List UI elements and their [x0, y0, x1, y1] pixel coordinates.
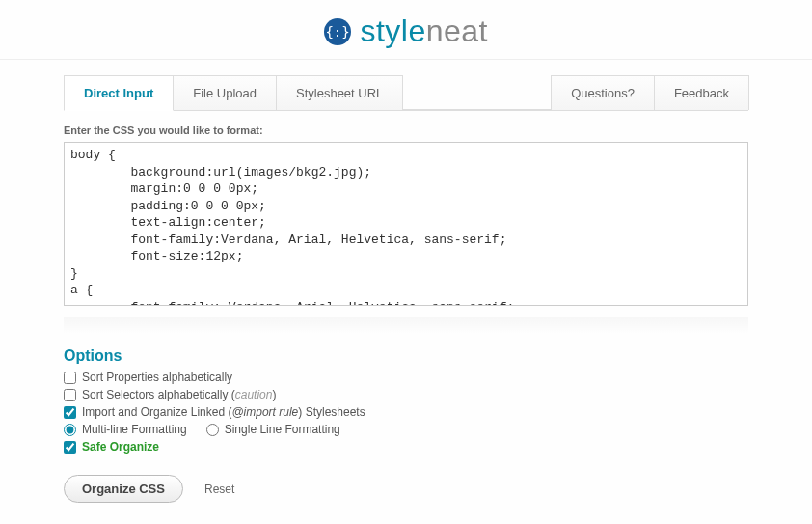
- option-sort-selectors[interactable]: Sort Selectors alphabetically (caution): [64, 388, 748, 401]
- label-multi-line: Multi-line Formatting: [82, 423, 187, 436]
- option-safe-organize[interactable]: Safe Organize: [64, 440, 748, 454]
- label-sort-selectors: Sort Selectors alphabetically (caution): [82, 388, 276, 401]
- tab-spacer: [402, 75, 551, 110]
- option-formatting-mode: Multi-line Formatting Single Line Format…: [64, 423, 748, 436]
- checkbox-sort-selectors[interactable]: [64, 389, 76, 401]
- tab-stylesheet-url[interactable]: Stylesheet URL: [276, 75, 403, 110]
- label-single-line: Single Line Formatting: [225, 423, 340, 436]
- radio-single-line-wrap[interactable]: Single Line Formatting: [206, 423, 340, 436]
- option-sort-properties[interactable]: Sort Properties alphabetically: [64, 371, 748, 384]
- input-prompt: Enter the CSS you would like to format:: [64, 124, 748, 136]
- reset-link[interactable]: Reset: [204, 483, 234, 496]
- action-row: Organize CSS Reset: [64, 475, 748, 503]
- radio-multi-line[interactable]: [64, 424, 76, 436]
- label-import-linked: Import and Organize Linked (@import rule…: [82, 405, 365, 419]
- tab-feedback[interactable]: Feedback: [654, 75, 749, 110]
- tab-bar: Direct Input File Upload Stylesheet URL …: [64, 75, 748, 111]
- separator: [64, 317, 748, 334]
- tab-questions[interactable]: Questions?: [551, 75, 655, 110]
- css-input[interactable]: [64, 142, 748, 306]
- label-sort-properties: Sort Properties alphabetically: [82, 371, 232, 384]
- header: {:} styleneat: [0, 0, 812, 60]
- checkbox-sort-properties[interactable]: [64, 372, 76, 384]
- radio-single-line[interactable]: [206, 424, 219, 436]
- option-import-linked[interactable]: Import and Organize Linked (@import rule…: [64, 405, 748, 419]
- logo-badge-icon: {:}: [324, 18, 351, 45]
- organize-button[interactable]: Organize CSS: [64, 475, 183, 503]
- radio-multi-line-wrap[interactable]: Multi-line Formatting: [64, 423, 187, 436]
- logo-text: styleneat: [360, 14, 488, 49]
- tab-direct-input[interactable]: Direct Input: [64, 75, 174, 111]
- label-safe-organize: Safe Organize: [82, 440, 159, 454]
- options-title: Options: [64, 347, 748, 365]
- tab-file-upload[interactable]: File Upload: [173, 75, 277, 110]
- checkbox-safe-organize[interactable]: [64, 441, 76, 454]
- checkbox-import-linked[interactable]: [64, 406, 76, 419]
